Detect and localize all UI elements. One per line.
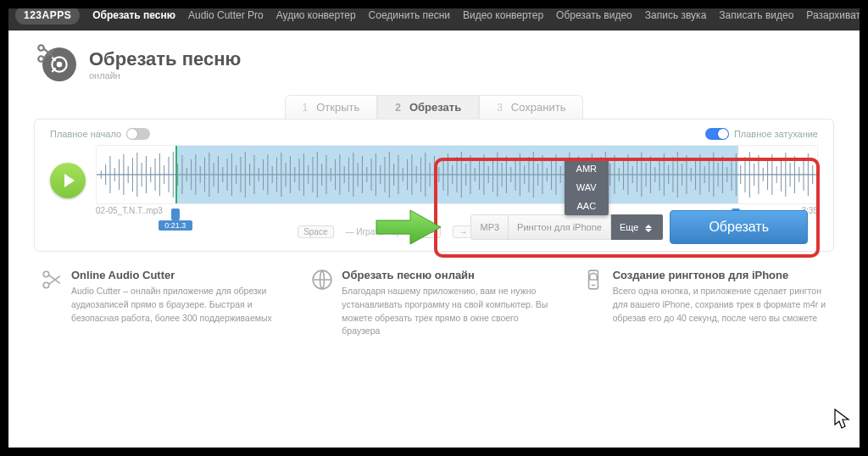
brand-pill[interactable]: 123APPS: [15, 6, 80, 25]
feat3-desc: Всего одна кнопка, и приложение сделает …: [613, 285, 827, 325]
feat2-desc: Благодаря нашему приложению, вам не нужн…: [342, 285, 556, 338]
page-subtitle: онлайн: [89, 70, 241, 81]
waveform-graphic: [97, 146, 817, 203]
kbd-space: Space: [298, 225, 333, 238]
feat1-title: Online Audio Cutter: [71, 269, 286, 281]
nav-item-record-video[interactable]: Записать видео: [719, 9, 793, 21]
nav-item-record-sound[interactable]: Запись звука: [645, 9, 707, 21]
format-segment: MP3 Рингтон для iPhone Еще: [470, 214, 663, 240]
sort-icon: [645, 225, 654, 232]
format-more[interactable]: Еще: [611, 214, 663, 240]
waveform[interactable]: 0:21.3: [96, 145, 818, 204]
nav-item-cut-song[interactable]: Обрезать песню: [92, 9, 175, 21]
globe-icon: [311, 269, 333, 291]
stepper: 1Открыть 2Обрезать 3Сохранить: [0, 95, 868, 119]
editor-card: Плавное начало Плавное затухание: [34, 119, 834, 252]
feat3-title: Создание рингтонов для iPhone: [613, 269, 827, 281]
cut-button[interactable]: Обрезать: [670, 210, 808, 244]
feature-cutter: Online Audio Cutter Audio Cutter – онлай…: [41, 269, 286, 338]
step-save[interactable]: 3Сохранить: [479, 95, 583, 119]
feat2-title: Обрезать песню онлайн: [342, 269, 556, 281]
play-button[interactable]: [50, 163, 86, 198]
bell-phone-icon: [582, 269, 604, 291]
step-open[interactable]: 1Открыть: [285, 95, 378, 119]
start-handle-top[interactable]: 0:21.3: [159, 145, 193, 204]
scissors-record-icon: [42, 47, 76, 81]
nav-item-cut-video[interactable]: Обрезать видео: [556, 9, 632, 21]
feature-ringtone: Создание рингтонов для iPhone Всего одна…: [582, 269, 827, 338]
control-row: MP3 Рингтон для iPhone Еще Обрезать: [470, 210, 808, 244]
hint-play: — Играть/Пауза: [346, 227, 409, 236]
mouse-cursor-icon: [834, 409, 851, 431]
features: Online Audio Cutter Audio Cutter – онлай…: [0, 252, 868, 355]
svg-point-3: [38, 56, 44, 62]
play-icon: [64, 174, 75, 187]
feature-online: Обрезать песню онлайн Благодаря нашему п…: [311, 269, 556, 338]
feat1-desc: Audio Cutter – онлайн приложение для обр…: [71, 285, 286, 325]
topbar: 123APPS Обрезать песню Audio Cutter Pro …: [0, 0, 868, 31]
nav-item-audio-cutter-pro[interactable]: Audio Cutter Pro: [188, 9, 264, 21]
svg-point-2: [38, 45, 44, 51]
nav-item-audio-converter[interactable]: Аудио конвертер: [276, 9, 356, 21]
kbd-left: ←: [420, 225, 441, 238]
scissors-icon: [41, 269, 63, 291]
nav-item-join-songs[interactable]: Соединить песни: [369, 9, 450, 21]
fmt-option-wav[interactable]: WAV: [565, 178, 609, 197]
file-name: 02-05_T.N.T..mp3: [96, 206, 163, 215]
format-mp3[interactable]: MP3: [470, 214, 509, 240]
fadein-label: Плавное начало: [50, 129, 121, 139]
svg-point-5: [43, 271, 49, 277]
svg-point-1: [58, 63, 61, 66]
fmt-option-amr[interactable]: AMR: [565, 159, 609, 178]
page-header: Обрезать песню онлайн: [0, 31, 868, 90]
fadeout-toggle[interactable]: [705, 128, 729, 140]
start-time-bottom-tag: 0:21.3: [159, 220, 192, 231]
fmt-option-aac[interactable]: AAC: [565, 197, 609, 215]
nav-item-video-converter[interactable]: Видео конвертер: [463, 9, 543, 21]
format-ringtone[interactable]: Рингтон для iPhone: [509, 214, 611, 240]
format-dropup: AMR WAV AAC: [565, 159, 609, 215]
page-title: Обрезать песню: [89, 48, 241, 70]
nav-item-unzip[interactable]: Разархиватор: [806, 9, 868, 21]
svg-point-6: [43, 282, 49, 288]
fadein-toggle[interactable]: [126, 128, 150, 140]
step-cut[interactable]: 2Обрезать: [377, 95, 479, 119]
fadeout-label: Плавное затухание: [734, 129, 818, 139]
